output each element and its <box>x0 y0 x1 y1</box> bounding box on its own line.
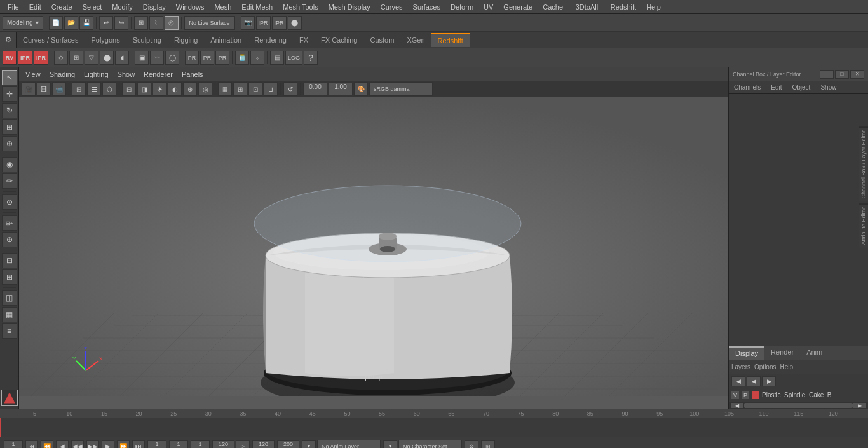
show-manips-btn[interactable]: ⊙ <box>2 194 17 210</box>
crease-btn[interactable]: ≡ <box>2 323 17 339</box>
vp-shading-btn[interactable]: ◨ <box>137 82 151 96</box>
menu-cache[interactable]: Cache <box>538 2 568 12</box>
ch-menu-edit[interactable]: Edit <box>766 83 787 92</box>
frame-display-input[interactable]: 1 <box>169 440 188 449</box>
menu-create[interactable]: Create <box>46 2 78 12</box>
silhouette-btn[interactable]: ◫ <box>2 290 17 306</box>
layers-menu-item[interactable]: Layers <box>731 363 750 370</box>
vp-cam-btn[interactable]: 🎥 <box>22 82 36 96</box>
render-btn[interactable]: ⬤ <box>288 16 302 30</box>
camera-btn[interactable]: 📷 <box>241 16 255 30</box>
menu-help[interactable]: Help <box>641 2 666 12</box>
rs-pr1-btn[interactable]: PR <box>185 51 199 65</box>
layer-next-btn[interactable]: ▶ <box>762 376 776 386</box>
display-tab-anim[interactable]: Anim <box>800 346 829 360</box>
vp-rot-x-input[interactable]: 0.00 <box>303 83 327 95</box>
rs-path-btn[interactable]: 〰 <box>150 51 164 65</box>
menu-3dto-all[interactable]: -3DtoAll- <box>568 2 606 12</box>
go-start-btn[interactable]: ⏮ <box>25 440 38 449</box>
rs-ring-btn[interactable]: ◯ <box>165 51 179 65</box>
timeline-scrubber[interactable] <box>0 418 868 437</box>
tab-rendering[interactable]: Rendering <box>248 34 293 46</box>
vp-ao-btn[interactable]: ◎ <box>198 82 212 96</box>
menu-surfaces[interactable]: Surfaces <box>408 2 445 12</box>
vp-isolate-btn[interactable]: ⊞ <box>72 82 86 96</box>
play-fwd-btn[interactable]: ▶▶ <box>86 440 99 449</box>
viewport-menu-panels[interactable]: Panels <box>178 69 207 79</box>
display-tab-render[interactable]: Render <box>764 346 800 360</box>
rs-halfsphere-btn[interactable]: ◖ <box>115 51 129 65</box>
tab-polygons[interactable]: Polygons <box>85 34 126 46</box>
menu-windows[interactable]: Windows <box>171 2 210 12</box>
current-frame-input[interactable]: 1 <box>4 440 23 449</box>
layer-scroll-thumb[interactable] <box>744 403 853 408</box>
vp-detail-btn[interactable]: ⊞ <box>233 82 247 96</box>
no-live-surface-btn[interactable]: No Live Surface <box>184 16 235 30</box>
save-file-btn[interactable]: 💾 <box>79 16 93 30</box>
ipr2-btn[interactable]: IPR <box>272 16 287 30</box>
go-end-btn[interactable]: ⏭ <box>132 440 145 449</box>
tab-rigging[interactable]: Rigging <box>168 34 204 46</box>
step-back-btn[interactable]: ◀ <box>56 440 69 449</box>
vp-obj-btn[interactable]: ⬡ <box>102 82 116 96</box>
total-frames-input[interactable]: 200 <box>277 440 299 449</box>
rs-sphere-btn[interactable]: ⬤ <box>100 51 114 65</box>
tab-redshift[interactable]: Redshift <box>431 33 470 47</box>
side-tab-attribute-editor[interactable]: Attribute Editor <box>859 204 868 248</box>
rs-cube2-btn[interactable]: ▣ <box>135 51 149 65</box>
vp-cam2-btn[interactable]: 🎞 <box>37 82 51 96</box>
rs-cube-btn[interactable]: ⊞ <box>69 51 83 65</box>
tab-sculpting[interactable]: Sculpting <box>126 34 168 46</box>
tab-fx[interactable]: FX <box>293 34 315 46</box>
step-fwd-btn[interactable]: ▶ <box>102 440 114 449</box>
rs-tray-btn[interactable]: ⬦ <box>250 51 264 65</box>
playback-end-input[interactable]: 120 <box>252 440 275 449</box>
menu-uv[interactable]: UV <box>478 2 498 12</box>
new-file-btn[interactable]: 📄 <box>49 16 63 30</box>
cb-expand-btn[interactable]: □ <box>835 70 849 79</box>
rotate-tool-btn[interactable]: ↻ <box>2 103 17 118</box>
scale-tool-btn[interactable]: ⊞ <box>2 119 17 135</box>
layer-playback-btn[interactable]: P <box>742 391 749 399</box>
cb-minimize-btn[interactable]: ─ <box>820 70 834 79</box>
scene-area[interactable]: persp X Y Z <box>19 97 728 396</box>
cam-tools-btn[interactable]: ⊟ <box>2 253 17 268</box>
quick-sel-btn[interactable]: ▦ <box>2 307 17 322</box>
anim-layer-dropdown[interactable]: No Anim Layer <box>317 440 381 449</box>
layer-scroll-right[interactable]: ▶ <box>853 402 867 409</box>
vp-rot-y-input[interactable]: 1.00 <box>329 83 353 95</box>
snap-add-btn[interactable]: ⊕ <box>2 232 17 247</box>
vp-color-space-btn[interactable]: 🎨 <box>354 82 368 96</box>
help-menu-item[interactable]: Help <box>780 363 793 370</box>
menu-mesh[interactable]: Mesh <box>209 2 236 12</box>
menu-edit-mesh[interactable]: Edit Mesh <box>236 2 278 12</box>
menu-mesh-display[interactable]: Mesh Display <box>323 2 376 12</box>
vp-refresh-btn[interactable]: ↺ <box>283 82 297 96</box>
rs-ipr2-btn[interactable]: IPR <box>34 51 48 65</box>
viewport-menu-show[interactable]: Show <box>114 69 139 79</box>
vp-color-space-dropdown[interactable]: sRGB gamma <box>369 82 433 96</box>
viewport-menu-lighting[interactable]: Lighting <box>80 69 112 79</box>
viewport-menu-renderer[interactable]: Renderer <box>140 69 177 79</box>
snap-grid-btn[interactable]: ⊞ <box>134 16 148 30</box>
vp-grid-btn[interactable]: ⊟ <box>122 82 136 96</box>
open-file-btn[interactable]: 📂 <box>64 16 78 30</box>
char-set-arrow[interactable]: ▾ <box>383 440 397 449</box>
snap-point-btn[interactable]: ◎ <box>165 16 179 30</box>
play-back-btn[interactable]: ◀◀ <box>71 440 84 449</box>
layer-color-swatch[interactable] <box>752 391 759 399</box>
ch-menu-show[interactable]: Show <box>815 83 841 92</box>
rs-pr2-btn[interactable]: PR <box>200 51 214 65</box>
cb-close-btn[interactable]: ✕ <box>850 70 864 79</box>
anim-extra-btn[interactable]: ⊞ <box>481 440 495 449</box>
ch-menu-object[interactable]: Object <box>787 83 816 92</box>
rs-diamond-btn[interactable]: ◇ <box>54 51 68 65</box>
prev-key-btn[interactable]: ⏪ <box>41 440 53 449</box>
end-frame-input[interactable]: 120 <box>212 440 234 449</box>
viewport-menu-shading[interactable]: Shading <box>46 69 79 79</box>
vp-wireframe-btn[interactable]: ☰ <box>87 82 101 96</box>
menu-select[interactable]: Select <box>78 2 107 12</box>
rs-cone-btn[interactable]: ▽ <box>85 51 98 65</box>
rs-shader-btn[interactable]: ▤ <box>270 51 284 65</box>
redo-btn[interactable]: ↪ <box>114 16 128 30</box>
